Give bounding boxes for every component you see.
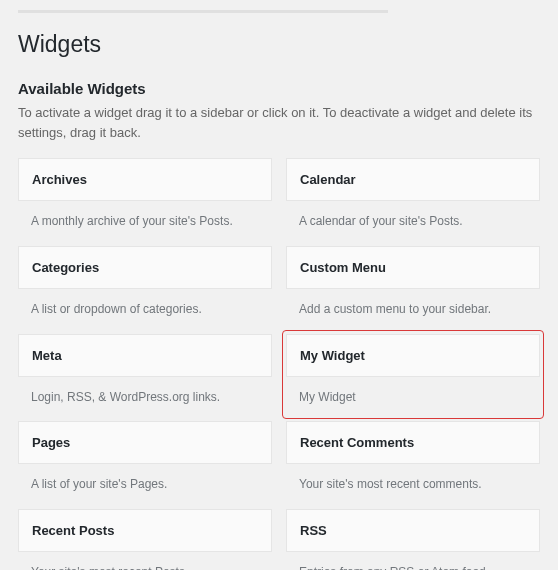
widget-title[interactable]: RSS <box>286 509 540 552</box>
widget-recent-comments[interactable]: Recent Comments Your site's most recent … <box>286 421 540 509</box>
widget-title[interactable]: Recent Posts <box>18 509 272 552</box>
widget-calendar[interactable]: Calendar A calendar of your site's Posts… <box>286 158 540 246</box>
widget-title[interactable]: Recent Comments <box>286 421 540 464</box>
widget-archives[interactable]: Archives A monthly archive of your site'… <box>18 158 272 246</box>
widget-rss[interactable]: RSS Entries from any RSS or Atom feed. <box>286 509 540 570</box>
widget-meta[interactable]: Meta Login, RSS, & WordPress.org links. <box>18 334 272 422</box>
page-title: Widgets <box>18 31 540 58</box>
widget-description: My Widget <box>286 377 540 416</box>
widget-title[interactable]: Calendar <box>286 158 540 201</box>
widget-description: A list or dropdown of categories. <box>18 289 272 334</box>
widget-title[interactable]: My Widget <box>286 334 540 377</box>
section-description: To activate a widget drag it to a sideba… <box>18 103 540 142</box>
widget-custom-menu[interactable]: Custom Menu Add a custom menu to your si… <box>286 246 540 334</box>
widget-description: A monthly archive of your site's Posts. <box>18 201 272 246</box>
widget-pages[interactable]: Pages A list of your site's Pages. <box>18 421 272 509</box>
top-divider <box>18 10 388 13</box>
widget-recent-posts[interactable]: Recent Posts Your site's most recent Pos… <box>18 509 272 570</box>
widget-categories[interactable]: Categories A list or dropdown of categor… <box>18 246 272 334</box>
widget-description: A list of your site's Pages. <box>18 464 272 509</box>
widget-title[interactable]: Archives <box>18 158 272 201</box>
widget-description: A calendar of your site's Posts. <box>286 201 540 246</box>
section-title: Available Widgets <box>18 80 540 97</box>
widgets-grid: Archives A monthly archive of your site'… <box>18 158 540 570</box>
widget-description: Login, RSS, & WordPress.org links. <box>18 377 272 422</box>
widget-title[interactable]: Pages <box>18 421 272 464</box>
widget-description: Add a custom menu to your sidebar. <box>286 289 540 334</box>
widget-title[interactable]: Meta <box>18 334 272 377</box>
highlight-box: My Widget My Widget <box>282 330 544 420</box>
widget-description: Your site's most recent Posts. <box>18 552 272 570</box>
widget-description: Your site's most recent comments. <box>286 464 540 509</box>
widget-description: Entries from any RSS or Atom feed. <box>286 552 540 570</box>
widget-title[interactable]: Custom Menu <box>286 246 540 289</box>
widget-my-widget[interactable]: My Widget My Widget <box>286 334 540 422</box>
widget-title[interactable]: Categories <box>18 246 272 289</box>
